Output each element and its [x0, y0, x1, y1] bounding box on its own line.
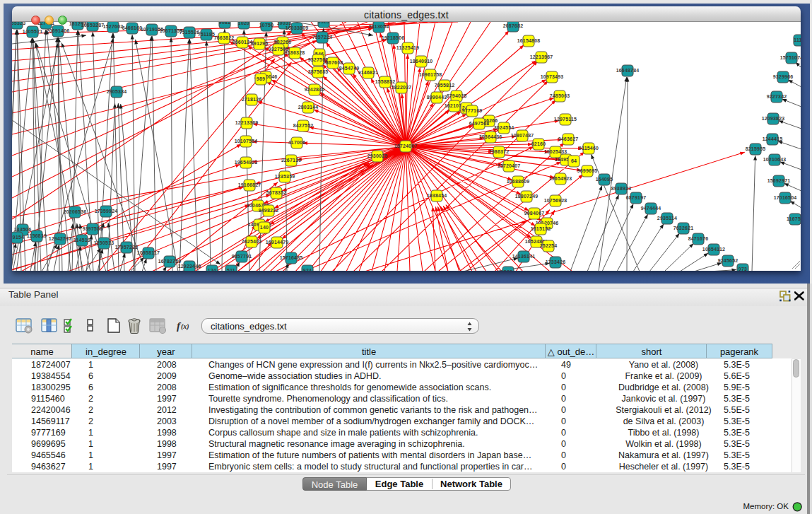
svg-text:511: 511 — [227, 268, 235, 271]
svg-text:9498222: 9498222 — [259, 208, 279, 213]
svg-text:7986372: 7986372 — [489, 149, 510, 154]
svg-text:9329966: 9329966 — [773, 74, 794, 79]
svg-text:2803144: 2803144 — [298, 105, 319, 110]
svg-text:832: 832 — [504, 269, 512, 271]
svg-text:2087682: 2087682 — [503, 23, 524, 28]
svg-text:3024554: 3024554 — [494, 125, 514, 130]
svg-text:16782759: 16782759 — [158, 259, 182, 264]
svg-text:12942737: 12942737 — [49, 236, 72, 241]
svg-text:7485063: 7485063 — [550, 93, 570, 98]
svg-text:7632621: 7632621 — [673, 226, 694, 230]
svg-text:12213369: 12213369 — [235, 120, 259, 125]
svg-text:15751074: 15751074 — [780, 55, 801, 60]
svg-text:7625402: 7625402 — [242, 239, 262, 244]
svg-text:5678352: 5678352 — [266, 190, 287, 195]
svg-text:9227342: 9227342 — [767, 94, 787, 99]
svg-text:989: 989 — [257, 76, 265, 81]
svg-text:16648784: 16648784 — [616, 68, 640, 73]
svg-text:140: 140 — [260, 225, 269, 230]
svg-text:10025433: 10025433 — [544, 149, 567, 154]
svg-text:20206536: 20206536 — [64, 209, 87, 214]
svg-text:5923: 5923 — [318, 22, 329, 24]
svg-text:62160: 62160 — [531, 141, 546, 146]
svg-text:8215955: 8215955 — [746, 146, 766, 151]
svg-text:8813054: 8813054 — [369, 24, 389, 29]
svg-text:6466160: 6466160 — [122, 25, 143, 30]
svg-text:64: 64 — [571, 158, 577, 163]
svg-text:1250513: 1250513 — [94, 240, 114, 245]
svg-text:9081: 9081 — [219, 22, 230, 25]
svg-text:10750: 10750 — [259, 23, 273, 28]
svg-text:39154: 39154 — [12, 235, 24, 240]
svg-text:7857224: 7857224 — [312, 35, 333, 40]
svg-text:6879197: 6879197 — [626, 195, 647, 200]
svg-text:15692971: 15692971 — [767, 178, 791, 183]
svg-text:19654923: 19654923 — [549, 176, 572, 181]
svg-text:12975115: 12975115 — [554, 117, 577, 122]
svg-text:3875685: 3875685 — [308, 69, 329, 74]
svg-text:12923446: 12923446 — [178, 264, 201, 269]
svg-text:10961758: 10961758 — [419, 72, 442, 77]
svg-text:1938454: 1938454 — [427, 193, 447, 198]
svg-text:164095: 164095 — [596, 177, 613, 182]
svg-text:19218506: 19218506 — [382, 35, 405, 40]
svg-text:18640910: 18640910 — [410, 59, 433, 64]
svg-text:7663822: 7663822 — [214, 35, 235, 40]
svg-text:10807487: 10807487 — [511, 133, 534, 138]
svg-text:9245652: 9245652 — [718, 258, 739, 263]
svg-text:8186328: 8186328 — [285, 50, 305, 55]
svg-text:252254: 252254 — [540, 243, 558, 248]
svg-text:10653287: 10653287 — [81, 23, 105, 28]
svg-text:1235359: 1235359 — [275, 174, 295, 179]
svg-text:9242845: 9242845 — [305, 87, 325, 92]
svg-text:8454749: 8454749 — [339, 66, 360, 71]
svg-text:1156819: 1156819 — [27, 233, 47, 238]
svg-text:1527602: 1527602 — [103, 24, 124, 29]
svg-text:8427552: 8427552 — [293, 123, 314, 128]
svg-text:9699695: 9699695 — [577, 168, 598, 173]
svg-text:116753: 116753 — [787, 216, 801, 221]
svg-text:10973493: 10973493 — [541, 74, 564, 79]
svg-text:8660124: 8660124 — [233, 40, 253, 45]
svg-text:5822037: 5822037 — [392, 85, 412, 90]
svg-text:124: 124 — [208, 268, 216, 271]
svg-text:2867608: 2867608 — [323, 60, 343, 65]
svg-text:143506: 143506 — [14, 227, 32, 232]
svg-text:9857791: 9857791 — [232, 254, 252, 259]
svg-text:11325419: 11325419 — [396, 45, 419, 50]
svg-text:1020: 1020 — [238, 22, 249, 25]
svg-text:8990443: 8990443 — [427, 95, 447, 100]
svg-text:16154808: 16154808 — [517, 38, 541, 43]
svg-text:417006: 417006 — [288, 140, 306, 145]
svg-text:18807249: 18807249 — [515, 194, 539, 199]
svg-text:15716485: 15716485 — [280, 255, 303, 260]
svg-text:9777169: 9777169 — [462, 108, 483, 113]
svg-text:1615152: 1615152 — [531, 226, 551, 231]
svg-text:155323: 155323 — [12, 22, 25, 25]
svg-text:9115460: 9115460 — [579, 146, 599, 151]
svg-text:2930025: 2930025 — [367, 153, 388, 158]
svg-text:10756928: 10756928 — [544, 198, 567, 203]
svg-text:19654923: 19654923 — [235, 160, 258, 165]
svg-text:16033809: 16033809 — [286, 25, 309, 30]
svg-text:2935114: 2935114 — [657, 216, 677, 221]
svg-text:8471676: 8471676 — [688, 236, 709, 241]
svg-text:924: 924 — [303, 268, 312, 271]
svg-text:9397588: 9397588 — [83, 226, 103, 231]
svg-text:9146821: 9146821 — [358, 70, 379, 75]
svg-text:(x): (x) — [181, 322, 189, 331]
svg-text:9463627: 9463627 — [558, 136, 579, 141]
svg-text:15720407: 15720407 — [498, 163, 521, 168]
svg-text:12213967: 12213967 — [530, 54, 553, 59]
svg-text:10688609: 10688609 — [507, 179, 530, 184]
svg-text:1244415: 1244415 — [763, 136, 783, 141]
svg-text:2718126: 2718126 — [242, 97, 262, 102]
svg-text:1405571: 1405571 — [23, 29, 43, 34]
svg-text:7955812: 7955812 — [435, 83, 455, 88]
svg-text:14136141: 14136141 — [512, 254, 536, 259]
svg-text:891295: 891295 — [251, 41, 269, 46]
svg-text:17359924: 17359924 — [95, 209, 118, 214]
svg-text:1733426: 1733426 — [546, 259, 566, 264]
svg-text:12093823: 12093823 — [762, 116, 785, 121]
svg-text:16914479: 16914479 — [266, 240, 289, 245]
